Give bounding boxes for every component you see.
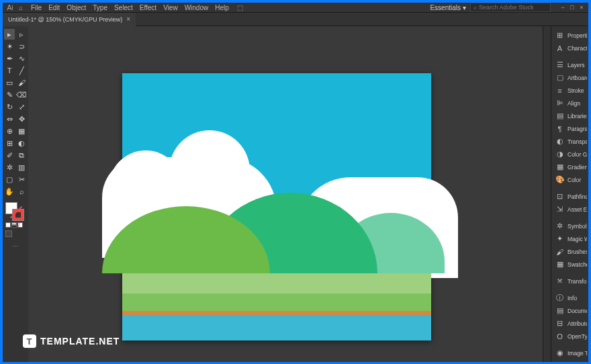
canvas[interactable] [28, 26, 543, 362]
none-mode-icon[interactable]: / [17, 222, 23, 228]
opentype-icon: O [555, 332, 564, 340]
menu-object[interactable]: Object [66, 4, 86, 11]
zoom-tool-icon[interactable]: ⌕ [16, 186, 27, 197]
perspective-tool-icon[interactable]: ▦ [16, 126, 27, 136]
document-tab[interactable]: Untitled-1* @ 150% (CMYK/GPU Preview) × [3, 13, 136, 26]
menu-select[interactable]: Select [114, 4, 133, 11]
close-icon[interactable]: × [578, 4, 586, 11]
assetexport-icon: ⇲ [555, 205, 564, 214]
menu-window[interactable]: Window [185, 4, 209, 11]
free-transform-tool-icon[interactable]: ✥ [16, 113, 27, 124]
panel-properties[interactable]: ⊞Properties [553, 29, 587, 42]
tab-close-icon[interactable]: × [126, 15, 130, 23]
magic-wand-tool-icon[interactable]: ✶ [4, 41, 15, 52]
panel-gradient[interactable]: ▦Gradient [553, 161, 587, 173]
panel-paragraph[interactable]: ¶Paragraph [553, 122, 587, 135]
toolbox-more-icon[interactable]: ⋯ [4, 242, 27, 250]
workspace-switcher[interactable]: Essentials▾ [430, 4, 466, 11]
paragraph-icon: ¶ [555, 124, 564, 133]
panel-info[interactable]: ⓘInfo [553, 291, 587, 304]
panel-artboards[interactable]: ▢Artboards [553, 71, 587, 84]
panel-pathfinder[interactable]: ⊡Pathfinder [553, 190, 587, 203]
gradient-icon: ▦ [555, 163, 564, 171]
curvature-tool-icon[interactable]: ∿ [16, 53, 27, 64]
fill-stroke-swatch[interactable]: / [4, 201, 27, 238]
gradient-mode-icon[interactable] [11, 222, 17, 228]
eyedropper-tool-icon[interactable]: ✐ [4, 150, 15, 161]
home-icon[interactable]: ⌂ [16, 3, 26, 12]
app-logo-icon: Ai [5, 3, 15, 12]
rotate-tool-icon[interactable]: ↻ [4, 101, 15, 112]
panel-assetexport[interactable]: ⇲Asset Export [553, 203, 587, 216]
brushes-icon: 🖌 [555, 247, 564, 256]
panel-character[interactable]: ACharacter [553, 42, 587, 54]
shape-builder-tool-icon[interactable]: ⊕ [4, 126, 15, 136]
artboard[interactable] [122, 73, 431, 340]
slice-tool-icon[interactable]: ✂ [16, 174, 27, 185]
symbol-sprayer-tool-icon[interactable]: ✲ [4, 162, 15, 173]
menu-type[interactable]: Type [93, 4, 107, 11]
panel-documentinfo[interactable]: ▤Document I... [553, 304, 587, 317]
hand-tool-icon[interactable]: ✋ [4, 186, 15, 197]
documentinfo-icon: ▤ [555, 306, 564, 315]
width-tool-icon[interactable]: ⇔ [4, 113, 15, 124]
panel-layers[interactable]: ☰Layers [553, 58, 587, 71]
column-graph-tool-icon[interactable]: ▥ [16, 162, 27, 173]
panel-libraries[interactable]: ▤Libraries [553, 109, 587, 122]
direct-selection-tool-icon[interactable]: ▹ [16, 29, 27, 40]
shaper-tool-icon[interactable]: ✎ [4, 89, 15, 100]
screen-mode-icon[interactable] [5, 230, 12, 237]
menu-edit[interactable]: Edit [48, 4, 60, 11]
panel-swatches[interactable]: ▦Swatches [553, 258, 587, 271]
panel-magicwand[interactable]: ✦Magic Wand [553, 232, 587, 245]
panel-attributes[interactable]: ⊟Attributes [553, 317, 587, 330]
rectangle-tool-icon[interactable]: ▭ [4, 77, 15, 88]
water-shape [122, 315, 431, 340]
lasso-tool-icon[interactable]: ⊃ [16, 41, 27, 52]
transparency-icon: ◐ [555, 137, 564, 146]
magicwand-icon: ✦ [555, 234, 564, 243]
menu-file[interactable]: File [31, 4, 42, 11]
search-icon: ⌕ [473, 4, 477, 11]
top-bar: Ai ⌂ File Edit Object Type Select Effect… [3, 3, 588, 13]
selection-tool-icon[interactable]: ▸ [4, 29, 15, 40]
artboard-tool-icon[interactable]: ▢ [4, 174, 15, 185]
paintbrush-tool-icon[interactable]: 🖌 [16, 77, 27, 88]
swatches-icon: ▦ [555, 260, 564, 269]
imagetrace-icon: ◉ [555, 349, 564, 357]
panel-opentype[interactable]: OOpenType [553, 330, 587, 343]
panel-brushes[interactable]: 🖌Brushes [553, 245, 587, 258]
panel-symbols[interactable]: ✲Symbols [553, 220, 587, 232]
panel-color[interactable]: 🎨Color [553, 173, 587, 186]
panel-align[interactable]: ⊫Align [553, 97, 587, 109]
line-tool-icon[interactable]: ╱ [16, 65, 27, 76]
character-icon: A [555, 44, 564, 52]
panel-stroke[interactable]: ≡Stroke [553, 84, 587, 97]
color-mode-icon[interactable] [5, 222, 11, 228]
properties-icon: ⊞ [555, 31, 564, 40]
vertical-scrollbar[interactable] [543, 26, 551, 362]
menu-view[interactable]: View [163, 4, 178, 11]
maximize-icon[interactable]: □ [568, 4, 576, 11]
panel-imagetrace[interactable]: ◉Image Trace [553, 347, 587, 359]
illustrator-window: Ai ⌂ File Edit Object Type Select Effect… [3, 3, 588, 361]
minimize-icon[interactable]: − [559, 4, 567, 11]
search-input[interactable]: ⌕ Search Adobe Stock [470, 3, 551, 12]
menu-help[interactable]: Help [215, 4, 229, 11]
color-icon: 🎨 [555, 175, 564, 184]
share-icon[interactable]: ⬚ [236, 3, 245, 12]
panel-colorguide[interactable]: ◑Color Guide [553, 148, 587, 161]
stroke-icon: ≡ [555, 86, 564, 95]
scale-tool-icon[interactable]: ⤢ [16, 101, 27, 112]
transform-icon: ⤧ [555, 277, 564, 285]
panel-transparency[interactable]: ◐Transparency [553, 135, 587, 148]
panel-transform[interactable]: ⤧Transform [553, 275, 587, 287]
menu-effect[interactable]: Effect [140, 4, 156, 11]
type-tool-icon[interactable]: T [4, 65, 15, 76]
pen-tool-icon[interactable]: ✒ [4, 53, 15, 64]
blend-tool-icon[interactable]: ⧉ [16, 150, 27, 161]
mesh-tool-icon[interactable]: ⊞ [4, 138, 15, 148]
eraser-tool-icon[interactable]: ⌫ [16, 89, 27, 100]
pathfinder-icon: ⊡ [555, 192, 564, 201]
gradient-tool-icon[interactable]: ◐ [16, 138, 27, 148]
